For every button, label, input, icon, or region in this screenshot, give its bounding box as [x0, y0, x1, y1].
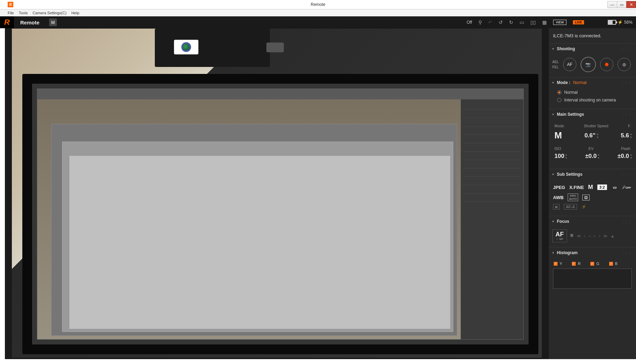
ev-col-label: EV — [589, 146, 594, 151]
iso-col-label: ISO — [554, 146, 561, 151]
section-sub-settings: ▾ Sub Settings ⋮⋮⋮ JPEG X.FINE M 3:2 ▭ ☄… — [549, 169, 636, 216]
hist-y-checkbox[interactable]: ✓Y — [554, 261, 562, 266]
iso-value[interactable]: 100▴▾ — [554, 153, 567, 160]
grid-off-label[interactable]: Off — [467, 20, 472, 25]
window-controls: — ▭ ✕ — [608, 1, 636, 8]
focus-near-fine-icon[interactable]: ·‹ — [588, 234, 591, 238]
live-preview-image — [12, 29, 542, 358]
zoom-icon[interactable]: ⚲ — [478, 20, 482, 25]
focus-far-fast-icon[interactable]: ≫ — [603, 234, 608, 238]
app-icon: R — [8, 2, 13, 7]
aspect-ratio[interactable]: 3:2 — [597, 184, 607, 190]
dro-auto[interactable]: DROAUTO — [568, 194, 578, 201]
flash-mode-icon[interactable]: ⚡ — [581, 204, 586, 209]
right-panel: ILCE-7M3 is connected. ▾ Shooting ⋮⋮⋮ AE… — [549, 28, 636, 364]
camera-icon: 📷 — [585, 62, 591, 67]
menu-help[interactable]: Help — [71, 11, 80, 15]
flash-col-label: Flash — [621, 146, 630, 151]
live-preview-area[interactable] — [5, 28, 549, 364]
aps-c-icon[interactable]: ▭ — [611, 185, 618, 190]
camera-device — [155, 29, 270, 67]
maximize-button[interactable]: ▭ — [617, 1, 627, 8]
mode-header[interactable]: ▾ Mode : Normal ⋮⋮⋮ — [549, 77, 636, 88]
view-button[interactable]: VIEW — [553, 20, 567, 25]
undo-icon[interactable]: ↶ — [488, 20, 492, 25]
mode-col-label: Mode — [554, 124, 564, 128]
long-expo-nr[interactable]: ☄OFF — [622, 185, 631, 189]
menu-camera-settings[interactable]: Camera Settings(C) — [32, 11, 66, 15]
focus-person-icon[interactable]: ⛊ — [570, 234, 574, 238]
af-mf-toggle[interactable]: AF ↔ MF — [552, 229, 567, 242]
focus-near-fast-icon[interactable]: ≪ — [577, 234, 581, 238]
chevron-down-icon: ▾ — [552, 81, 554, 84]
menu-bar: File Tools Camera Settings(C) Help — [0, 9, 636, 16]
rotate-right-icon[interactable]: ↻ — [509, 20, 513, 25]
aperture-value[interactable]: 5.6▴▾ — [621, 132, 632, 139]
target-icon: ◎ — [622, 62, 626, 67]
layout-grid-icon[interactable]: ▦ — [542, 20, 547, 25]
focus-target-button[interactable]: ◎ — [618, 58, 631, 71]
metering-mode-icon[interactable]: ◙ — [553, 204, 560, 210]
creative-style-icon[interactable]: ⊡ — [582, 195, 590, 200]
mode-value: Normal — [573, 80, 587, 85]
grip-icon: ⋮⋮⋮ — [621, 251, 633, 255]
file-format-jpeg[interactable]: JPEG — [553, 185, 565, 190]
section-main-settings: ▾ Main Settings ⋮⋮⋮ Mode Shutter Speed F… — [549, 109, 636, 169]
record-dot-icon — [605, 63, 608, 66]
layout-split-icon[interactable]: ▯▯ — [530, 20, 536, 25]
window-titlebar: R Remote — ▭ ✕ — [0, 0, 636, 9]
mode-interval-option[interactable]: Interval shooting on camera — [552, 96, 633, 104]
ev-value[interactable]: ±0.0▴▾ — [585, 153, 599, 160]
sub-settings-title: Sub Settings — [557, 172, 582, 177]
radio-off-icon — [557, 98, 561, 102]
record-button[interactable] — [600, 58, 613, 71]
mode-interval-label: Interval shooting on camera — [564, 98, 616, 103]
grip-icon: ⋮⋮⋮ — [621, 173, 633, 176]
content-area: ILCE-7M3 is connected. ▾ Shooting ⋮⋮⋮ AE… — [0, 28, 636, 364]
chevron-down-icon: ▾ — [552, 173, 554, 176]
mode-normal-option[interactable]: Normal — [552, 89, 633, 96]
left-white-strip — [0, 28, 5, 364]
minimize-button[interactable]: — — [607, 1, 617, 8]
hist-g-checkbox[interactable]: ✓G — [590, 261, 599, 266]
chevron-down-icon: ▾ — [552, 251, 554, 255]
shutter-value[interactable]: 0.6"▴▾ — [584, 132, 598, 139]
menu-tools[interactable]: Tools — [19, 11, 28, 15]
quality-xfine[interactable]: X.FINE — [569, 185, 584, 190]
focus-far-icon[interactable]: › — [599, 234, 600, 238]
focus-far-fine-icon[interactable]: ›· — [593, 234, 596, 238]
white-balance-awb[interactable]: AWB — [553, 195, 563, 200]
image-size-m[interactable]: M — [588, 184, 593, 191]
focus-infinity-icon[interactable]: ▲ — [611, 234, 615, 238]
battery-percent: 56% — [624, 20, 633, 25]
sub-settings-header[interactable]: ▾ Sub Settings ⋮⋮⋮ — [549, 169, 636, 180]
menu-file[interactable]: File — [8, 11, 14, 15]
histogram-title: Histogram — [557, 250, 577, 255]
mode-value-m[interactable]: M — [554, 130, 562, 141]
af-button[interactable]: AF — [563, 58, 576, 71]
battery-icon — [608, 20, 616, 25]
battery-indicator: ⚡ 56% — [608, 20, 633, 25]
chevron-down-icon: ▾ — [552, 113, 554, 116]
hist-b-checkbox[interactable]: ✓B — [609, 261, 618, 266]
histogram-header[interactable]: ▾ Histogram ⋮⋮⋮ — [549, 248, 636, 258]
shutter-col-label: Shutter Speed — [584, 124, 608, 128]
ael-label[interactable]: AEL — [552, 60, 559, 64]
rotate-left-icon[interactable]: ↺ — [499, 20, 503, 25]
main-settings-title: Main Settings — [557, 112, 584, 117]
focus-near-icon[interactable]: ‹ — [584, 234, 585, 238]
live-button[interactable]: LIVE — [573, 20, 584, 24]
close-button[interactable]: ✕ — [626, 1, 636, 8]
fel-label[interactable]: FEL — [552, 65, 559, 69]
focus-mode-afa[interactable]: AF-A — [564, 204, 577, 210]
charge-icon: ⚡ — [618, 20, 623, 25]
focus-header[interactable]: ▾ Focus ⋮⋮⋮ — [549, 216, 636, 227]
shooting-header[interactable]: ▾ Shooting ⋮⋮⋮ — [549, 44, 636, 54]
header-mode-m-icon[interactable]: M — [49, 18, 57, 26]
main-settings-header[interactable]: ▾ Main Settings ⋮⋮⋮ — [549, 109, 636, 120]
flash-value[interactable]: ±0.0▴▾ — [618, 153, 632, 160]
shutter-button[interactable]: 📷 — [581, 57, 596, 72]
hist-r-checkbox[interactable]: ✓R — [572, 261, 581, 266]
layout-single-icon[interactable]: ▭ — [520, 20, 524, 25]
mode-label: Mode : — [557, 80, 570, 85]
